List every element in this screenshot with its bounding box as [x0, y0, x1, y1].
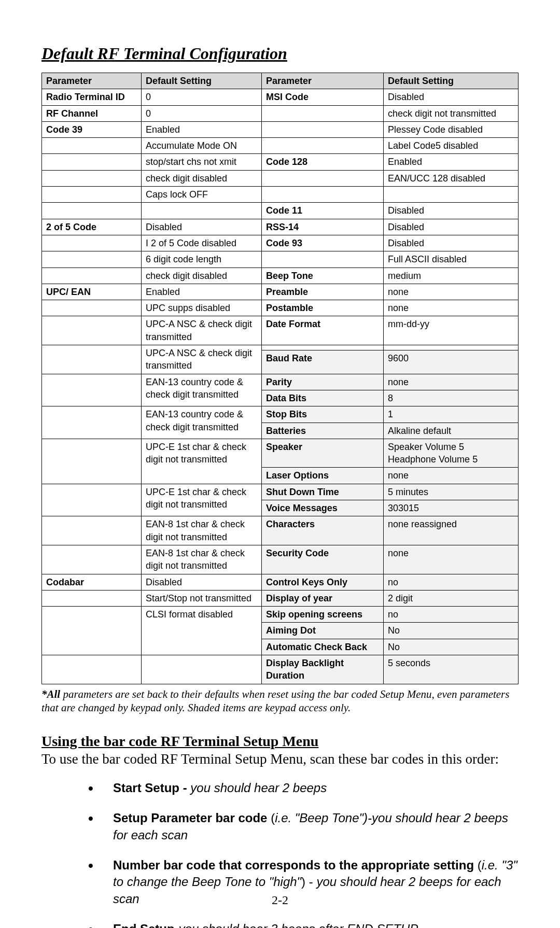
cell-parameter-left: Code 39 — [42, 121, 142, 137]
cell-default-left: Enabled — [142, 284, 262, 300]
table-row: Display Backlight Duration5 seconds — [42, 655, 519, 684]
table-row: Accumulate Mode ONLabel Code5 disabled — [42, 138, 519, 154]
cell-parameter-right: Security Code — [262, 545, 384, 574]
cell-parameter-right: Batteries — [262, 423, 384, 439]
cell-parameter-left — [42, 316, 142, 345]
cell-parameter-left — [42, 251, 142, 268]
table-row: Radio Terminal ID0MSI CodeDisabled — [42, 89, 519, 105]
cell-parameter-right: RSS-14 — [262, 219, 384, 235]
cell-default-left: stop/start chs not xmit — [142, 154, 262, 170]
cell-parameter-left — [42, 268, 142, 284]
cell-parameter-right: Display Backlight Duration — [262, 655, 384, 684]
cell-default-left: EAN-13 country code & check digit transm… — [142, 374, 262, 406]
cell-parameter-right: Aiming Dot — [262, 623, 384, 639]
table-row: UPC-E 1st char & check digit not transmi… — [42, 439, 519, 468]
section-title: Default RF Terminal Configuration — [41, 44, 519, 63]
cell-default-left — [142, 655, 262, 684]
table-row: RF Channel0check digit not transmitted — [42, 105, 519, 121]
cell-default-right — [384, 345, 519, 350]
subsection-title: Using the bar code RF Terminal Setup Men… — [41, 733, 519, 750]
step-item: End Setup-you should hear 3 beeps after … — [88, 921, 519, 928]
cell-parameter-left — [42, 345, 142, 374]
cell-parameter-left — [42, 187, 142, 203]
cell-default-left: 6 digit code length — [142, 251, 262, 268]
cell-parameter-right: Speaker — [262, 439, 384, 468]
table-row: CLSI format disabledSkip opening screens… — [42, 607, 519, 623]
cell-default-right: Full ASCII disabled — [384, 251, 519, 268]
cell-parameter-left — [42, 374, 142, 406]
cell-parameter-left — [42, 607, 142, 655]
document-page: Default RF Terminal Configuration Parame… — [0, 0, 560, 928]
cell-default-right: Disabled — [384, 89, 519, 105]
cell-parameter-right: Characters — [262, 516, 384, 545]
cell-default-right: none — [384, 374, 519, 390]
cell-default-right: none — [384, 545, 519, 574]
cell-parameter-right — [262, 187, 384, 203]
cell-default-left: CLSI format disabled — [142, 607, 262, 655]
cell-default-right: Alkaline default — [384, 423, 519, 439]
table-row: EAN-13 country code & check digit transm… — [42, 406, 519, 423]
cell-parameter-left — [42, 154, 142, 170]
cell-default-left: Caps lock OFF — [142, 187, 262, 203]
table-row: 2 of 5 CodeDisabledRSS-14Disabled — [42, 219, 519, 235]
cell-default-right: 1 — [384, 406, 519, 423]
footnote-lead: *All — [41, 688, 60, 700]
cell-parameter-left: Codabar — [42, 574, 142, 590]
cell-parameter-left — [42, 203, 142, 219]
cell-parameter-left: 2 of 5 Code — [42, 219, 142, 235]
cell-parameter-right: Control Keys Only — [262, 574, 384, 590]
cell-default-right: medium — [384, 268, 519, 284]
cell-default-right: Disabled — [384, 203, 519, 219]
footnote-rest: parameters are set back to their default… — [41, 688, 509, 714]
header-parameter-right: Parameter — [262, 73, 384, 89]
cell-default-left: UPC-A NSC & check digit transmitted — [142, 316, 262, 345]
cell-default-left: 0 — [142, 105, 262, 121]
cell-default-left: Disabled — [142, 219, 262, 235]
cell-default-left: EAN-13 country code & check digit transm… — [142, 406, 262, 439]
cell-default-left: check digit disabled — [142, 170, 262, 186]
cell-default-right: Disabled — [384, 235, 519, 251]
cell-default-right: 5 seconds — [384, 655, 519, 684]
table-row: UPC-A NSC & check digit transmitted — [42, 345, 519, 350]
step-item: Start Setup - you should hear 2 beeps — [88, 780, 519, 796]
cell-parameter-right: Laser Options — [262, 468, 384, 484]
cell-default-left: check digit disabled — [142, 268, 262, 284]
cell-parameter-right: Code 128 — [262, 154, 384, 170]
table-row: EAN-13 country code & check digit transm… — [42, 374, 519, 390]
cell-default-left: EAN-8 1st char & check digit not transmi… — [142, 545, 262, 574]
cell-default-right — [384, 187, 519, 203]
cell-default-left: 0 — [142, 89, 262, 105]
cell-default-left: EAN-8 1st char & check digit not transmi… — [142, 516, 262, 545]
footnote: *All parameters are set back to their de… — [41, 687, 519, 715]
table-row: UPC-A NSC & check digit transmittedDate … — [42, 316, 519, 345]
table-row: EAN-8 1st char & check digit not transmi… — [42, 545, 519, 574]
table-row: check digit disabledBeep Tonemedium — [42, 268, 519, 284]
cell-parameter-right: Date Format — [262, 316, 384, 345]
cell-parameter-left — [42, 235, 142, 251]
cell-default-right: Speaker Volume 5 Headphone Volume 5 — [384, 439, 519, 468]
cell-default-left — [142, 203, 262, 219]
cell-default-left: Accumulate Mode ON — [142, 138, 262, 154]
table-row: Code 11Disabled — [42, 203, 519, 219]
cell-default-left: Disabled — [142, 574, 262, 590]
cell-parameter-right: MSI Code — [262, 89, 384, 105]
config-table: Parameter Default Setting Parameter Defa… — [41, 73, 519, 684]
step-item: Setup Parameter bar code (i.e. "Beep Ton… — [88, 810, 519, 843]
cell-parameter-right — [262, 121, 384, 137]
cell-parameter-right: Display of year — [262, 590, 384, 606]
cell-parameter-right — [262, 345, 384, 350]
cell-parameter-right — [262, 105, 384, 121]
cell-parameter-right: Automatic Check Back — [262, 639, 384, 655]
cell-parameter-left — [42, 655, 142, 684]
cell-parameter-left — [42, 300, 142, 316]
cell-default-right: 2 digit — [384, 590, 519, 606]
cell-default-right: none — [384, 468, 519, 484]
cell-default-right: none — [384, 300, 519, 316]
cell-parameter-right: Shut Down Time — [262, 484, 384, 500]
header-default-left: Default Setting — [142, 73, 262, 89]
cell-parameter-right — [262, 138, 384, 154]
cell-parameter-left — [42, 170, 142, 186]
table-row: Start/Stop not transmittedDisplay of yea… — [42, 590, 519, 606]
cell-default-right: Label Code5 disabled — [384, 138, 519, 154]
cell-default-right: Plessey Code disabled — [384, 121, 519, 137]
